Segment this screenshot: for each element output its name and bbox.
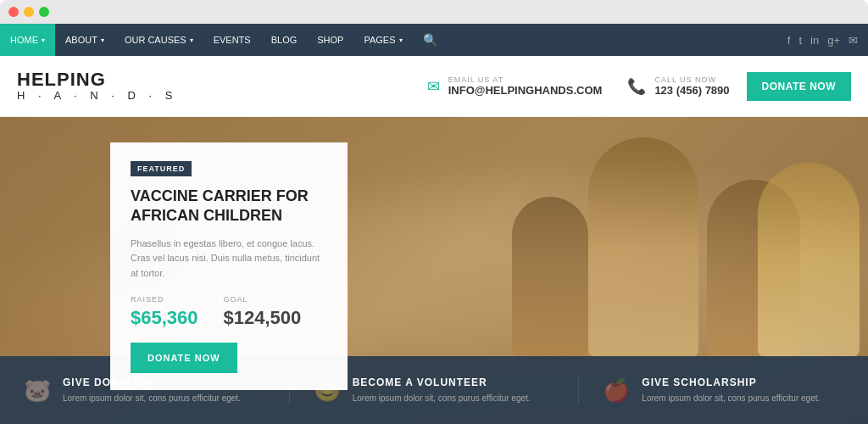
phone-contact: 📞 CALL US NOW 123 (456) 7890 [627, 75, 729, 97]
scholarship-section: 🍎 GIVE SCHOLARSHIP Lorem ipsum dolor sit… [579, 377, 868, 404]
site-header: HELPING H · A · N · D · S ✉ EMAIL US AT … [0, 56, 868, 117]
nav-social: f t in g+ ✉ [777, 34, 868, 47]
chevron-down-icon: ▾ [399, 36, 403, 44]
email-label: EMAIL US AT [448, 75, 603, 84]
give-donation-text: Lorem ipsum dolor sit, cons purus effici… [63, 392, 241, 404]
nav-item-causes[interactable]: OUR CAUSES ▾ [114, 24, 203, 56]
logo-main: HELPING [17, 70, 177, 90]
figure-center [588, 137, 698, 358]
close-dot[interactable] [8, 7, 19, 17]
raised-label: RAISED [131, 295, 198, 304]
nav-item-pages[interactable]: PAGES ▾ [353, 24, 412, 56]
phone-label: CALL US NOW [654, 75, 729, 84]
twitter-icon[interactable]: t [798, 34, 802, 47]
nav-item-shop[interactable]: SHOP [307, 24, 353, 56]
scholarship-icon: 🍎 [603, 377, 630, 404]
header-donate-button[interactable]: DONATE NOW [747, 72, 851, 101]
raised-value: $65,360 [131, 307, 198, 329]
piggy-bank-icon: 🐷 [24, 377, 51, 404]
site-logo: HELPING H · A · N · D · S [17, 70, 177, 102]
window-chrome [0, 0, 868, 24]
featured-badge: FEATURED [131, 161, 192, 176]
email-contact: ✉ EMAIL US AT INFO@HELPINGHANDS.COM [427, 75, 603, 97]
nav-item-blog[interactable]: BLOG [261, 24, 308, 56]
nav-item-about[interactable]: ABOUT ▾ [55, 24, 114, 56]
volunteer-text: Lorem ipsum dolor sit, cons purus effici… [353, 392, 531, 404]
figure-left [512, 197, 588, 358]
facebook-icon[interactable]: f [787, 34, 791, 47]
chevron-down-icon: ▾ [190, 36, 193, 44]
figure-far-right [758, 163, 860, 358]
scholarship-text: Lorem ipsum dolor sit, cons purus effici… [642, 392, 820, 404]
phone-value: 123 (456) 7890 [654, 84, 729, 97]
maximize-dot[interactable] [39, 7, 49, 17]
chevron-down-icon: ▾ [42, 36, 45, 44]
phone-icon: 📞 [627, 77, 646, 96]
goal-label: GOAL [224, 295, 302, 304]
scholarship-title: GIVE SCHOLARSHIP [642, 377, 820, 388]
volunteer-title: BECOME A VOLUNTEER [353, 377, 531, 388]
hero-card: FEATURED VACCINE CARRIER FOR AFRICAN CHI… [110, 142, 348, 390]
minimize-dot[interactable] [24, 7, 34, 17]
nav-item-home[interactable]: HOME ▾ [0, 24, 55, 56]
email-icon[interactable]: ✉ [849, 34, 858, 47]
envelope-icon: ✉ [427, 77, 440, 96]
card-stats: RAISED $65,360 GOAL $124,500 [131, 295, 327, 329]
card-description: Phasellus in egestas libero, et congue l… [131, 237, 327, 282]
goal-stat: GOAL $124,500 [224, 295, 302, 329]
raised-stat: RAISED $65,360 [131, 295, 198, 329]
logo-sub: H · A · N · D · S [17, 90, 177, 102]
card-donate-button[interactable]: DONATE NOW [131, 343, 237, 373]
linkedin-icon[interactable]: in [810, 34, 819, 47]
googleplus-icon[interactable]: g+ [827, 34, 840, 47]
hero-section: FEATURED VACCINE CARRIER FOR AFRICAN CHI… [0, 117, 868, 424]
nav-item-events[interactable]: EVENTS [203, 24, 261, 56]
card-title: VACCINE CARRIER FOR AFRICAN CHILDREN [131, 187, 327, 226]
navbar: HOME ▾ ABOUT ▾ OUR CAUSES ▾ EVENTS BLOG … [0, 24, 868, 56]
header-contact: ✉ EMAIL US AT INFO@HELPINGHANDS.COM 📞 CA… [427, 75, 730, 97]
nav-items: HOME ▾ ABOUT ▾ OUR CAUSES ▾ EVENTS BLOG … [0, 24, 777, 56]
chevron-down-icon: ▾ [101, 36, 104, 44]
goal-value: $124,500 [224, 307, 302, 329]
search-icon[interactable]: 🔍 [413, 33, 448, 47]
email-value: INFO@HELPINGHANDS.COM [448, 84, 603, 97]
